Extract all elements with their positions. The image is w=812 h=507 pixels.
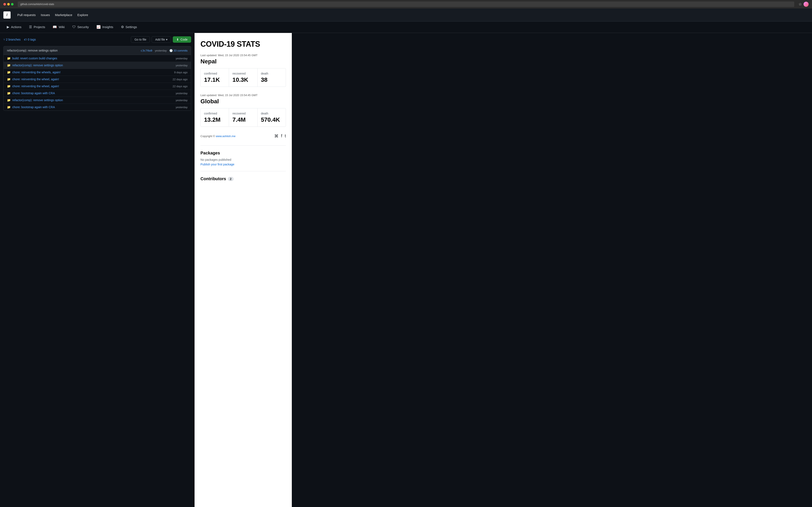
clock-icon: 🕐: [169, 49, 173, 52]
tab-security-label: Security: [78, 25, 89, 29]
table-row: 📁 chore: reinventing the wheel, again! 2…: [4, 83, 191, 90]
copyright-bar: Copyright © www.ashiish.me ⌘ f t: [200, 133, 286, 138]
folder-icon: 📁: [7, 70, 11, 74]
tab-settings[interactable]: ⚙ Settings: [117, 23, 140, 31]
table-row: 📁 chore: reinventing the wheels, again! …: [4, 69, 191, 76]
contributors-label: Contributors: [200, 176, 226, 181]
repo-tabs: ▶ Actions ☰ Projects 📖 Wiki 🛡 Security 📈…: [0, 21, 812, 33]
branches-link[interactable]: ⑂ 2 branches: [3, 38, 20, 41]
facebook-social-icon[interactable]: f: [281, 133, 282, 138]
branch-fork-icon: ⑂: [3, 38, 5, 41]
nav-marketplace[interactable]: Marketplace: [55, 13, 72, 17]
tab-projects[interactable]: ☰ Projects: [26, 23, 48, 31]
global-updated: Last updated: Wed, 15 Jul 2020 15:54:45 …: [200, 94, 286, 97]
file-link[interactable]: chore: bootstrap again with CRA: [12, 92, 55, 95]
tab-insights[interactable]: 📈 Insights: [93, 23, 117, 31]
nepal-country: Nepal: [200, 58, 286, 65]
folder-icon: 📁: [7, 99, 11, 102]
copyright-text: Copyright © www.ashiish.me: [200, 134, 236, 138]
global-recovered-label: recovered: [233, 112, 254, 115]
actions-icon: ▶: [7, 25, 9, 29]
file-link[interactable]: chore: reinventing the wheel, again!: [12, 77, 59, 81]
packages-none-text: No packages published: [200, 158, 286, 161]
folder-icon: 📁: [7, 84, 11, 88]
github-social-icon[interactable]: ⌘: [274, 133, 278, 138]
publish-package-link[interactable]: Publish your first package: [200, 163, 234, 166]
file-link[interactable]: refactor(comp): remove settings option: [12, 64, 63, 67]
file-link[interactable]: chore: bootstrap again with CRA: [12, 105, 55, 109]
packages-section: Packages No packages published Publish y…: [200, 145, 286, 166]
tab-settings-label: Settings: [125, 25, 137, 29]
folder-icon: 📁: [7, 77, 11, 81]
tab-wiki-label: Wiki: [59, 25, 64, 29]
folder-icon: 📁: [7, 57, 11, 60]
table-row: 📁 build: revert custom build changes yes…: [4, 55, 191, 62]
commit-header: refactor(comp): remove settings option c…: [3, 46, 191, 55]
bookmark-icon[interactable]: ☆: [799, 2, 802, 7]
file-link[interactable]: build: revert custom build changes: [12, 57, 57, 60]
url-bar[interactable]: github.com/ashiish/covid-stats: [18, 1, 794, 7]
file-time: yesterday: [176, 92, 188, 95]
global-confirmed-card: confirmed 13.2M: [201, 108, 229, 126]
nepal-recovered-value: 10.3K: [233, 76, 254, 83]
tab-wiki[interactable]: 📖 Wiki: [49, 23, 68, 31]
nav-pull-requests[interactable]: Pull requests: [17, 13, 36, 17]
go-to-file-button[interactable]: Go to file: [131, 36, 150, 43]
add-file-chevron-icon: ▾: [166, 38, 167, 41]
commit-meta: c3c70a9 yesterday 🕐 33 commits: [141, 49, 188, 52]
security-icon: 🛡: [72, 25, 76, 29]
copyright-link[interactable]: www.ashiish.me: [216, 134, 235, 138]
projects-icon: ☰: [29, 25, 32, 29]
close-button-dot[interactable]: [3, 3, 6, 5]
github-navbar: / Pull requests Issues Marketplace Explo…: [0, 8, 812, 21]
tab-actions[interactable]: ▶ Actions: [3, 23, 25, 31]
file-time: yesterday: [176, 106, 188, 109]
global-recovered-card: recovered 7.4M: [229, 108, 257, 126]
table-row: 📁 refactor(comp): remove settings option…: [4, 62, 191, 69]
add-file-button[interactable]: Add file ▾: [152, 36, 171, 43]
table-row: 📁 chore: bootstrap again with CRA yester…: [4, 90, 191, 97]
file-time: yesterday: [176, 57, 188, 60]
nav-explore[interactable]: Explore: [78, 13, 88, 17]
global-death-card: death 570.4K: [258, 108, 286, 126]
file-time: yesterday: [176, 99, 188, 102]
global-death-value: 570.4K: [261, 116, 282, 123]
file-time: 22 days ago: [172, 85, 188, 88]
nepal-stats-grid: confirmed 17.1K recovered 10.3K death 38: [200, 68, 286, 87]
commit-sha[interactable]: c3c70a9: [141, 49, 152, 52]
nepal-updated: Last updated: Wed, 15 Jul 2020 15:54:45 …: [200, 54, 286, 57]
file-link[interactable]: refactor(comp): remove settings option: [12, 99, 63, 102]
file-link[interactable]: chore: reinventing the wheel, again!: [12, 84, 59, 88]
code-button[interactable]: ⬇ Code: [173, 36, 191, 43]
minimize-button-dot[interactable]: [7, 3, 10, 5]
repo-content: ⑂ 2 branches 🏷 0 tags Go to file Add fil…: [0, 33, 195, 507]
code-label: Code: [181, 38, 188, 41]
table-row: 📁 chore: reinventing the wheel, again! 2…: [4, 76, 191, 83]
nepal-confirmed-card: confirmed 17.1K: [201, 68, 229, 87]
tag-icon: 🏷: [24, 38, 27, 41]
tags-link[interactable]: 🏷 0 tags: [24, 38, 36, 41]
branch-bar: ⑂ 2 branches 🏷 0 tags Go to file Add fil…: [3, 36, 191, 43]
file-list: 📁 build: revert custom build changes yes…: [3, 55, 191, 111]
tab-security[interactable]: 🛡 Security: [69, 23, 92, 31]
global-stats-grid: confirmed 13.2M recovered 7.4M death 570…: [200, 108, 286, 127]
commits-history-link[interactable]: 🕐 33 commits: [169, 49, 188, 52]
github-logo[interactable]: /: [3, 11, 11, 18]
contributors-title: Contributors 2: [200, 176, 286, 181]
table-row: 📁 chore: bootstrap again with CRA yester…: [4, 104, 191, 110]
tab-actions-label: Actions: [11, 25, 21, 29]
window-controls: [3, 3, 13, 5]
nepal-death-label: death: [261, 72, 282, 75]
folder-icon: 📁: [7, 92, 11, 95]
commits-count: 33 commits: [173, 49, 188, 52]
commit-time: yesterday: [155, 49, 167, 52]
nav-issues[interactable]: Issues: [41, 13, 50, 17]
twitter-social-icon[interactable]: t: [285, 133, 286, 138]
file-time: 9 days ago: [174, 71, 188, 74]
covid-panel: COVID-19 STATS Last updated: Wed, 15 Jul…: [195, 33, 292, 507]
packages-title: Packages: [200, 151, 286, 156]
branches-count: 2 branches: [6, 38, 20, 41]
file-link[interactable]: chore: reinventing the wheels, again!: [12, 70, 60, 74]
maximize-button-dot[interactable]: [11, 3, 13, 5]
insights-icon: 📈: [96, 25, 101, 29]
